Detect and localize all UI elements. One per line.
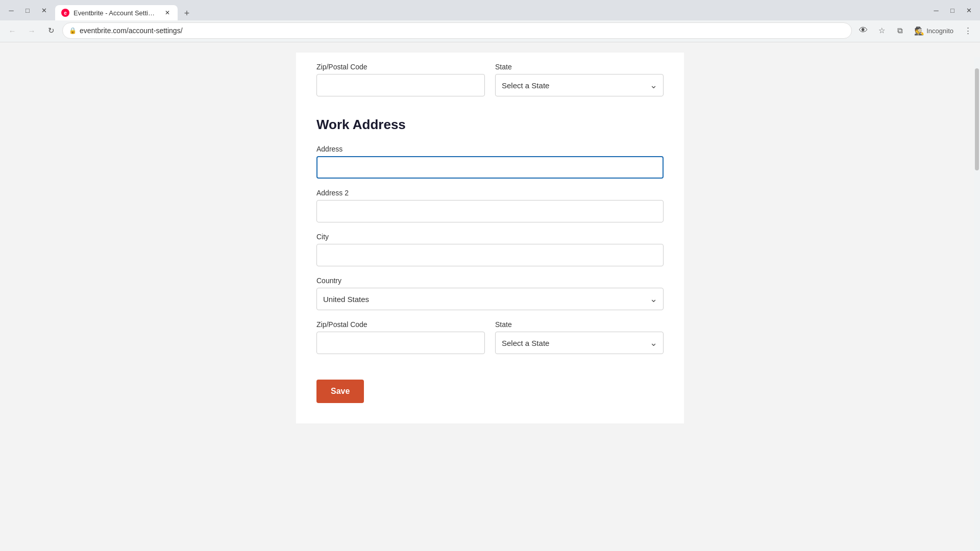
country-label: Country bbox=[316, 277, 664, 285]
top-state-group: State Select a State ⌄ bbox=[495, 63, 664, 96]
country-group: Country United States ⌄ bbox=[316, 277, 664, 310]
refresh-button[interactable]: ↻ bbox=[43, 22, 59, 39]
window-controls: ─ □ ✕ bbox=[4, 3, 51, 17]
work-zip-input[interactable] bbox=[316, 332, 485, 354]
city-group: City bbox=[316, 233, 664, 266]
address-input[interactable] bbox=[316, 156, 664, 179]
maximize-button[interactable]: □ bbox=[20, 3, 35, 17]
url-text: eventbrite.com/account-settings/ bbox=[80, 27, 183, 35]
eye-off-icon[interactable]: 👁 bbox=[855, 22, 871, 39]
split-screen-button[interactable]: ⧉ bbox=[892, 22, 908, 39]
country-select[interactable]: United States bbox=[316, 288, 664, 310]
win-maximize-button[interactable]: □ bbox=[945, 3, 960, 17]
save-button[interactable]: Save bbox=[316, 380, 364, 403]
work-state-label: State bbox=[495, 320, 664, 329]
address2-label: Address 2 bbox=[316, 189, 664, 197]
top-zip-input[interactable] bbox=[316, 74, 485, 96]
top-zip-group: Zip/Postal Code bbox=[316, 63, 485, 96]
top-zip-state-row: Zip/Postal Code State Select a State ⌄ bbox=[316, 63, 664, 107]
work-zip-label: Zip/Postal Code bbox=[316, 320, 485, 329]
tab-label: Eventbrite - Account Settings bbox=[74, 9, 157, 17]
browser-chrome: ─ □ ✕ e Eventbrite - Account Settings ✕ … bbox=[0, 0, 980, 42]
win-minimize-button[interactable]: ─ bbox=[929, 3, 943, 17]
work-state-group: State Select a State ⌄ bbox=[495, 320, 664, 354]
win-close-button[interactable]: ✕ bbox=[962, 3, 976, 17]
country-select-wrapper: United States ⌄ bbox=[316, 288, 664, 310]
browser-titlebar: ─ □ ✕ e Eventbrite - Account Settings ✕ … bbox=[0, 0, 980, 20]
page-content: Zip/Postal Code State Select a State ⌄ W… bbox=[296, 53, 684, 423]
address-label: Address bbox=[316, 145, 664, 153]
top-zip-label: Zip/Postal Code bbox=[316, 63, 485, 71]
address2-group: Address 2 bbox=[316, 189, 664, 222]
more-options-button[interactable]: ⋮ bbox=[960, 22, 976, 39]
scrollbar-thumb[interactable] bbox=[975, 68, 979, 170]
city-input[interactable] bbox=[316, 244, 664, 266]
page-wrapper: Zip/Postal Code State Select a State ⌄ W… bbox=[0, 42, 980, 536]
lock-icon: 🔒 bbox=[69, 27, 77, 34]
bookmark-button[interactable]: ☆ bbox=[873, 22, 890, 39]
address-bar[interactable]: 🔒 eventbrite.com/account-settings/ bbox=[62, 22, 852, 39]
active-tab[interactable]: e Eventbrite - Account Settings ✕ bbox=[55, 5, 178, 20]
scrollbar[interactable] bbox=[974, 57, 980, 551]
work-address-title: Work Address bbox=[316, 117, 664, 133]
address-group: Address bbox=[316, 145, 664, 179]
forward-button[interactable]: → bbox=[23, 22, 40, 39]
incognito-indicator: 🕵 Incognito bbox=[910, 26, 958, 36]
address-bar-row: ← → ↻ 🔒 eventbrite.com/account-settings/… bbox=[0, 20, 980, 42]
work-zip-state-row: Zip/Postal Code State Select a State ⌄ bbox=[316, 320, 664, 364]
incognito-icon: 🕵 bbox=[914, 26, 924, 36]
top-state-select-wrapper: Select a State ⌄ bbox=[495, 74, 664, 96]
incognito-label: Incognito bbox=[926, 27, 953, 35]
address2-input[interactable] bbox=[316, 200, 664, 222]
work-state-select[interactable]: Select a State bbox=[495, 332, 664, 354]
back-button[interactable]: ← bbox=[4, 22, 20, 39]
tab-favicon: e bbox=[61, 9, 69, 17]
new-tab-button[interactable]: + bbox=[180, 6, 194, 20]
top-state-select[interactable]: Select a State bbox=[495, 74, 664, 96]
top-state-label: State bbox=[495, 63, 664, 71]
close-button[interactable]: ✕ bbox=[37, 3, 51, 17]
minimize-button[interactable]: ─ bbox=[4, 3, 18, 17]
tab-close-button[interactable]: ✕ bbox=[163, 9, 172, 17]
work-state-select-wrapper: Select a State ⌄ bbox=[495, 332, 664, 354]
work-zip-group: Zip/Postal Code bbox=[316, 320, 485, 354]
toolbar-extras: 👁 ☆ ⧉ 🕵 Incognito ⋮ bbox=[855, 22, 976, 39]
city-label: City bbox=[316, 233, 664, 241]
